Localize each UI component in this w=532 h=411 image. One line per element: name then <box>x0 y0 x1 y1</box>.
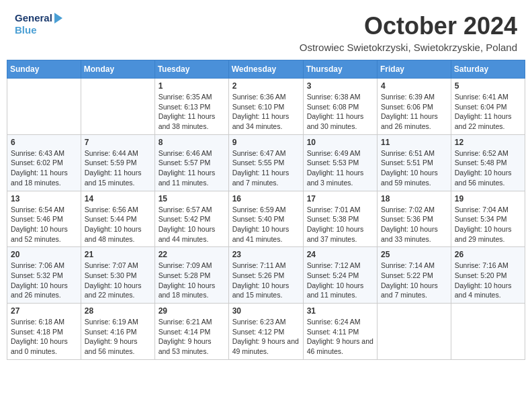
day-number: 4 <box>381 81 447 91</box>
day-info: Sunrise: 7:07 AM Sunset: 5:30 PM Dayligh… <box>85 261 151 300</box>
weekday-header-friday: Friday <box>378 60 451 79</box>
weekday-header-sunday: Sunday <box>7 60 81 79</box>
calendar-cell: 23Sunrise: 7:11 AM Sunset: 5:26 PM Dayli… <box>228 247 303 304</box>
day-info: Sunrise: 7:14 AM Sunset: 5:22 PM Dayligh… <box>381 261 447 300</box>
calendar-cell <box>378 304 451 360</box>
day-info: Sunrise: 6:56 AM Sunset: 5:44 PM Dayligh… <box>85 205 151 244</box>
day-info: Sunrise: 7:09 AM Sunset: 5:28 PM Dayligh… <box>159 261 225 300</box>
day-number: 21 <box>85 250 151 259</box>
day-number: 3 <box>307 81 373 91</box>
day-info: Sunrise: 6:35 AM Sunset: 6:13 PM Dayligh… <box>159 92 225 132</box>
day-number: 24 <box>307 250 373 259</box>
day-info: Sunrise: 7:01 AM Sunset: 5:38 PM Dayligh… <box>307 205 373 244</box>
day-number: 18 <box>381 194 447 203</box>
day-number: 8 <box>159 138 225 147</box>
day-info: Sunrise: 7:02 AM Sunset: 5:36 PM Dayligh… <box>381 205 447 244</box>
day-number: 31 <box>307 306 373 316</box>
day-info: Sunrise: 6:47 AM Sunset: 5:55 PM Dayligh… <box>232 148 300 188</box>
calendar-cell: 16Sunrise: 6:59 AM Sunset: 5:40 PM Dayli… <box>228 191 303 247</box>
day-number: 14 <box>85 194 151 203</box>
day-number: 16 <box>232 194 300 203</box>
day-number: 26 <box>455 250 521 259</box>
weekday-header-saturday: Saturday <box>451 60 525 79</box>
calendar-cell: 4Sunrise: 6:39 AM Sunset: 6:06 PM Daylig… <box>378 79 451 135</box>
calendar-cell <box>81 79 154 135</box>
calendar-table: SundayMondayTuesdayWednesdayThursdayFrid… <box>7 60 525 360</box>
day-info: Sunrise: 6:19 AM Sunset: 4:16 PM Dayligh… <box>85 317 151 357</box>
calendar-cell: 17Sunrise: 7:01 AM Sunset: 5:38 PM Dayli… <box>303 191 377 247</box>
day-number: 23 <box>232 250 300 259</box>
day-number: 19 <box>455 194 521 203</box>
weekday-header-monday: Monday <box>81 60 154 79</box>
day-number: 5 <box>455 81 521 91</box>
calendar-cell: 20Sunrise: 7:06 AM Sunset: 5:32 PM Dayli… <box>7 247 81 304</box>
day-number: 11 <box>381 138 447 147</box>
calendar-cell: 14Sunrise: 6:56 AM Sunset: 5:44 PM Dayli… <box>81 191 154 247</box>
day-number: 13 <box>11 194 77 203</box>
weekday-header-tuesday: Tuesday <box>154 60 228 79</box>
calendar-cell <box>451 304 525 360</box>
day-info: Sunrise: 6:46 AM Sunset: 5:57 PM Dayligh… <box>159 148 225 188</box>
day-info: Sunrise: 6:59 AM Sunset: 5:40 PM Dayligh… <box>232 205 300 244</box>
calendar-cell: 10Sunrise: 6:49 AM Sunset: 5:53 PM Dayli… <box>303 134 377 191</box>
day-number: 15 <box>159 194 225 203</box>
day-number: 7 <box>85 138 151 147</box>
day-number: 27 <box>11 306 77 316</box>
day-number: 6 <box>11 138 77 147</box>
calendar-cell: 3Sunrise: 6:38 AM Sunset: 6:08 PM Daylig… <box>303 79 377 135</box>
calendar-cell: 18Sunrise: 7:02 AM Sunset: 5:36 PM Dayli… <box>378 191 451 247</box>
logo-blue: Blue <box>15 24 37 36</box>
day-info: Sunrise: 6:57 AM Sunset: 5:42 PM Dayligh… <box>159 205 225 244</box>
weekday-header-thursday: Thursday <box>303 60 377 79</box>
calendar-cell: 12Sunrise: 6:52 AM Sunset: 5:48 PM Dayli… <box>451 134 525 191</box>
day-info: Sunrise: 6:21 AM Sunset: 4:14 PM Dayligh… <box>159 317 225 357</box>
day-info: Sunrise: 6:18 AM Sunset: 4:18 PM Dayligh… <box>11 317 77 357</box>
logo-triangle-icon <box>54 13 62 24</box>
calendar-cell <box>7 79 81 135</box>
day-number: 17 <box>307 194 373 203</box>
logo-general: General <box>15 12 52 24</box>
calendar-cell: 5Sunrise: 6:41 AM Sunset: 6:04 PM Daylig… <box>451 79 525 135</box>
calendar-cell: 25Sunrise: 7:14 AM Sunset: 5:22 PM Dayli… <box>378 247 451 304</box>
day-info: Sunrise: 7:04 AM Sunset: 5:34 PM Dayligh… <box>455 205 521 244</box>
calendar-cell: 31Sunrise: 6:24 AM Sunset: 4:11 PM Dayli… <box>303 304 377 360</box>
day-info: Sunrise: 6:51 AM Sunset: 5:51 PM Dayligh… <box>381 148 447 188</box>
day-info: Sunrise: 6:38 AM Sunset: 6:08 PM Dayligh… <box>307 92 373 132</box>
day-number: 9 <box>232 138 300 147</box>
month-title: October 2024 <box>300 12 517 40</box>
day-info: Sunrise: 6:23 AM Sunset: 4:12 PM Dayligh… <box>232 317 300 357</box>
day-number: 10 <box>307 138 373 147</box>
calendar-cell: 7Sunrise: 6:44 AM Sunset: 5:59 PM Daylig… <box>81 134 154 191</box>
calendar-cell: 29Sunrise: 6:21 AM Sunset: 4:14 PM Dayli… <box>154 304 228 360</box>
day-number: 1 <box>159 81 225 91</box>
calendar-cell: 24Sunrise: 7:12 AM Sunset: 5:24 PM Dayli… <box>303 247 377 304</box>
calendar-cell: 19Sunrise: 7:04 AM Sunset: 5:34 PM Dayli… <box>451 191 525 247</box>
location-subtitle: Ostrowiec Swietokrzyski, Swietokrzyskie,… <box>300 42 517 53</box>
day-number: 25 <box>381 250 447 259</box>
day-info: Sunrise: 6:52 AM Sunset: 5:48 PM Dayligh… <box>455 148 521 188</box>
day-number: 2 <box>232 81 300 91</box>
calendar-cell: 2Sunrise: 6:36 AM Sunset: 6:10 PM Daylig… <box>228 79 303 135</box>
calendar-cell: 22Sunrise: 7:09 AM Sunset: 5:28 PM Dayli… <box>154 247 228 304</box>
logo: General Blue <box>15 12 62 36</box>
day-number: 12 <box>455 138 521 147</box>
calendar-cell: 11Sunrise: 6:51 AM Sunset: 5:51 PM Dayli… <box>378 134 451 191</box>
day-info: Sunrise: 6:49 AM Sunset: 5:53 PM Dayligh… <box>307 148 373 188</box>
day-info: Sunrise: 6:39 AM Sunset: 6:06 PM Dayligh… <box>381 92 447 132</box>
calendar-cell: 9Sunrise: 6:47 AM Sunset: 5:55 PM Daylig… <box>228 134 303 191</box>
weekday-header-wednesday: Wednesday <box>228 60 303 79</box>
day-info: Sunrise: 6:36 AM Sunset: 6:10 PM Dayligh… <box>232 92 300 132</box>
day-info: Sunrise: 7:16 AM Sunset: 5:20 PM Dayligh… <box>455 261 521 300</box>
day-info: Sunrise: 6:43 AM Sunset: 6:02 PM Dayligh… <box>11 148 77 188</box>
day-info: Sunrise: 6:24 AM Sunset: 4:11 PM Dayligh… <box>307 317 373 357</box>
day-info: Sunrise: 7:11 AM Sunset: 5:26 PM Dayligh… <box>232 261 300 300</box>
calendar-cell: 28Sunrise: 6:19 AM Sunset: 4:16 PM Dayli… <box>81 304 154 360</box>
day-info: Sunrise: 6:41 AM Sunset: 6:04 PM Dayligh… <box>455 92 521 132</box>
calendar-cell: 21Sunrise: 7:07 AM Sunset: 5:30 PM Dayli… <box>81 247 154 304</box>
calendar-cell: 1Sunrise: 6:35 AM Sunset: 6:13 PM Daylig… <box>154 79 228 135</box>
calendar-cell: 13Sunrise: 6:54 AM Sunset: 5:46 PM Dayli… <box>7 191 81 247</box>
calendar-cell: 26Sunrise: 7:16 AM Sunset: 5:20 PM Dayli… <box>451 247 525 304</box>
day-number: 30 <box>232 306 300 316</box>
title-block: October 2024 Ostrowiec Swietokrzyski, Sw… <box>300 12 517 53</box>
calendar-cell: 15Sunrise: 6:57 AM Sunset: 5:42 PM Dayli… <box>154 191 228 247</box>
